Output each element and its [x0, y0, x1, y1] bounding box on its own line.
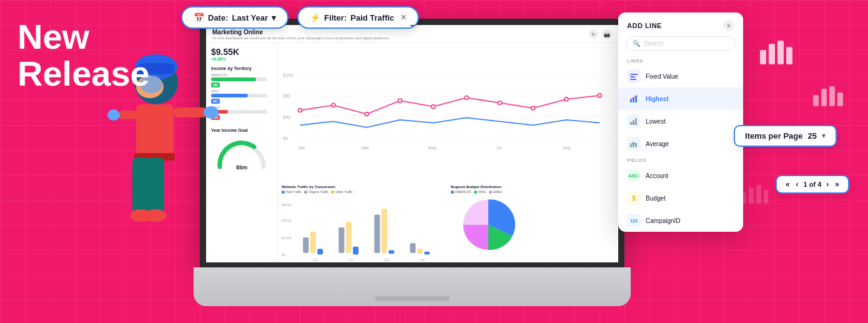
svg-text:Jan: Jan	[298, 146, 305, 151]
lines-section-label: LINES	[618, 56, 743, 65]
legend-apac-label: APAC	[478, 190, 486, 194]
svg-point-45	[598, 94, 601, 97]
svg-text:Jul: Jul	[496, 146, 501, 151]
svg-rect-64	[410, 243, 415, 253]
svg-point-37	[332, 103, 335, 107]
svg-rect-56	[310, 232, 316, 253]
budget-label: Budget	[646, 195, 666, 202]
territory-emea-bar-bg	[211, 110, 267, 114]
pagination-widget: « ‹ 1 of 4 › »	[776, 175, 849, 194]
svg-text:$60: $60	[283, 94, 290, 99]
refresh-button[interactable]: ↻	[588, 29, 598, 39]
svg-text:May: May	[428, 146, 437, 151]
svg-text:$5m: $5m	[236, 164, 247, 171]
panel-item-campaign-id[interactable]: 123 CampaignID	[618, 209, 743, 232]
panel-item-budget[interactable]: $ Budget	[618, 187, 743, 209]
svg-text:Q3: Q3	[384, 258, 389, 262]
svg-rect-73	[630, 79, 636, 80]
svg-rect-62	[382, 209, 387, 253]
legend-organic: Organic Traffic	[304, 190, 328, 194]
legend-other-dot	[331, 191, 334, 194]
deco-chart-icon-3	[740, 181, 768, 207]
bar-chart: $500k $300k $100k $0	[282, 195, 446, 262]
bottom-charts: Website Traffic by Conversion Paid Traff…	[282, 185, 614, 260]
svg-rect-0	[760, 50, 766, 64]
territory-apac: APAC 867	[211, 89, 272, 104]
main-metric: $9.55K +6.98%	[211, 47, 272, 61]
territory-emea-label: EMEA	[211, 106, 272, 109]
panel-search-field[interactable]: 🔍 Search	[626, 36, 736, 51]
next-page-button[interactable]: ›	[825, 180, 830, 189]
income-territory-section: Income by Territory AMERICAS 580 APAC	[211, 66, 272, 122]
svg-rect-57	[317, 249, 323, 254]
first-page-button[interactable]: «	[784, 180, 791, 189]
pie-chart-section: Regions Budget Distribution AMERICAS APA…	[451, 185, 615, 260]
camera-button[interactable]: 📷	[602, 29, 612, 39]
svg-text:$300k: $300k	[282, 219, 292, 222]
campaign-id-label: CampaignID	[646, 217, 681, 224]
svg-rect-79	[633, 120, 634, 125]
panel-item-average[interactable]: Average	[618, 132, 743, 155]
filter-remove-icon[interactable]: ✕	[400, 13, 407, 22]
panel-item-highest[interactable]: Highest	[618, 87, 743, 110]
add-line-panel: ADD LINE × 🔍 Search LINES Fixed Value Hi…	[618, 12, 743, 232]
prev-page-button[interactable]: ‹	[795, 180, 800, 189]
date-filter-pill[interactable]: 📅 Date: Last Year ▾	[181, 6, 289, 29]
year-goal-title: Year Income Goal	[211, 128, 272, 132]
close-button[interactable]: ×	[723, 20, 734, 31]
dashboard-title: Marketing Online	[212, 29, 388, 36]
svg-point-39	[398, 99, 402, 102]
items-per-page-label: Items per Page	[745, 131, 803, 141]
gauge-chart: $5m	[214, 137, 270, 171]
svg-point-21	[107, 109, 120, 121]
campaign-id-icon: 123	[627, 214, 641, 227]
svg-rect-1	[769, 44, 775, 64]
svg-rect-63	[388, 251, 394, 254]
svg-rect-66	[424, 252, 430, 255]
svg-rect-59	[346, 222, 352, 253]
hero-line1: New	[17, 19, 150, 56]
svg-rect-24	[132, 157, 150, 214]
line-chart: $100 $60 $40 $0	[282, 46, 614, 182]
panel-item-lowest[interactable]: Lowest	[618, 110, 743, 132]
account-icon: ABC	[627, 169, 641, 182]
fields-section-label: FIELDS	[618, 155, 743, 164]
svg-rect-18	[174, 107, 208, 117]
svg-text:Q2: Q2	[348, 258, 353, 262]
svg-text:Q4: Q4	[420, 258, 425, 262]
date-filter-label: Date:	[208, 13, 229, 22]
svg-point-40	[432, 105, 435, 109]
highest-icon	[627, 92, 641, 106]
paid-traffic-filter-pill[interactable]: ⚡ Filter: Paid Traffic ✕	[297, 6, 419, 29]
legend-americas: AMERICAS	[451, 190, 471, 194]
laptop-base	[194, 267, 631, 306]
legend-apac: APAC	[474, 190, 486, 194]
laptop: 📅 Date: Last Year ▾ ⚡ Filter: Paid Traff…	[194, 19, 631, 306]
panel-item-fixed-value[interactable]: Fixed Value	[618, 65, 743, 87]
pie-chart-legend: AMERICAS APAC EMEA	[451, 190, 615, 194]
dashboard-body: $9.55K +6.98% Income by Territory AMERIC…	[206, 43, 618, 262]
filter-icon: ⚡	[310, 12, 320, 22]
territory-apac-bar-bg	[211, 94, 267, 97]
lowest-icon	[627, 114, 641, 128]
filter-pills-container: 📅 Date: Last Year ▾ ⚡ Filter: Paid Traff…	[181, 6, 419, 29]
svg-rect-9	[749, 187, 754, 204]
year-goal-section: Year Income Goal $5m	[211, 128, 272, 172]
date-chevron-icon: ▾	[272, 13, 276, 22]
svg-text:$40: $40	[283, 115, 290, 120]
svg-point-41	[465, 96, 468, 99]
average-icon	[627, 137, 641, 151]
svg-rect-58	[338, 227, 344, 253]
search-placeholder: Search	[644, 40, 664, 47]
legend-paid-label: Paid Traffic	[286, 190, 302, 194]
legend-apac-dot	[474, 191, 477, 194]
legend-americas-dot	[451, 191, 454, 194]
last-page-button[interactable]: »	[834, 180, 841, 189]
svg-rect-82	[630, 144, 632, 147]
panel-item-account[interactable]: ABC Account	[618, 164, 743, 187]
territory-emea: EMEA 135	[211, 106, 272, 120]
items-per-page-widget[interactable]: Items per Page 25 ▾	[734, 125, 837, 147]
svg-text:Mar: Mar	[362, 146, 370, 151]
average-label: Average	[646, 141, 669, 147]
hero-line2: Release	[17, 56, 150, 92]
